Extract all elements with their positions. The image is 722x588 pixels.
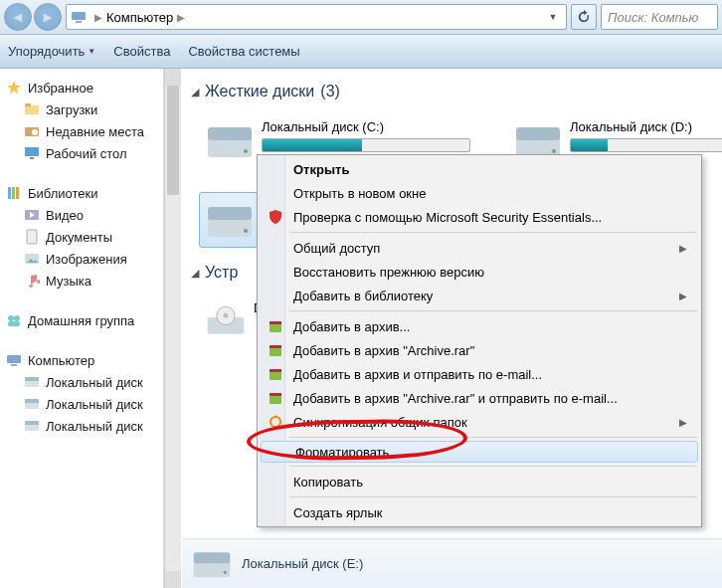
- command-bar: Упорядочить ▼ Свойства Свойства системы: [0, 35, 722, 69]
- svg-rect-8: [30, 157, 34, 159]
- forward-button[interactable]: ►: [34, 3, 62, 31]
- computer-icon: [71, 9, 87, 25]
- menu-add-archive-rar[interactable]: Добавить в архив "Archive.rar": [260, 338, 699, 362]
- drive-name: Локальный диск (C:): [262, 119, 470, 134]
- section-hard-drives[interactable]: ◢ Жесткие диски (3): [181, 79, 722, 104]
- address-bar: ◄ ► ▶ Компьютер ▶ ▼ Поиск: Компью: [0, 0, 722, 35]
- capacity-bar: [570, 138, 722, 152]
- search-placeholder: Поиск: Компью: [608, 10, 698, 25]
- menu-sync-folders[interactable]: Синхронизация общих папок▶: [260, 410, 699, 434]
- capacity-bar: [262, 138, 470, 152]
- chevron-right-icon: ▶: [94, 12, 102, 23]
- details-pane: Локальный диск (E:): [182, 538, 722, 588]
- menu-mse-scan[interactable]: Проверка с помощью Microsoft Security Es…: [260, 205, 699, 229]
- breadcrumb-location: Компьютер: [106, 10, 173, 25]
- music-icon: [24, 273, 40, 289]
- svg-rect-23: [25, 380, 39, 387]
- drive-icon: [206, 121, 254, 161]
- menu-add-library[interactable]: Добавить в библиотеку▶: [260, 284, 699, 307]
- svg-rect-11: [16, 187, 19, 199]
- svg-point-31: [244, 149, 248, 153]
- svg-rect-33: [516, 127, 560, 140]
- svg-rect-24: [25, 377, 39, 381]
- svg-rect-20: [8, 321, 20, 326]
- menu-copy[interactable]: Копировать: [260, 470, 699, 493]
- menu-open-new-window[interactable]: Открыть в новом окне: [260, 181, 699, 205]
- desktop-icon: [24, 145, 40, 161]
- svg-rect-1: [76, 21, 82, 23]
- organize-button[interactable]: Упорядочить ▼: [8, 44, 95, 59]
- details-title: Локальный диск (E:): [242, 556, 363, 571]
- menu-share[interactable]: Общий доступ▶: [260, 236, 699, 260]
- svg-rect-3: [25, 105, 39, 114]
- scrollbar-thumb[interactable]: [167, 86, 179, 195]
- documents-icon: [24, 229, 40, 245]
- sidebar-pictures[interactable]: Изображения: [0, 248, 163, 270]
- winrar-icon: [267, 389, 284, 407]
- back-button[interactable]: ◄: [4, 3, 32, 31]
- context-menu: Открыть Открыть в новом окне Проверка с …: [257, 154, 702, 527]
- homegroup-icon: [6, 312, 22, 328]
- collapse-arrow-icon: ◢: [191, 267, 199, 280]
- svg-rect-9: [8, 187, 11, 199]
- drive-name: Локальный диск (D:): [570, 119, 722, 134]
- svg-rect-10: [12, 187, 15, 199]
- folder-icon: [24, 101, 40, 117]
- svg-point-18: [8, 315, 14, 321]
- svg-rect-44: [270, 345, 281, 348]
- collapse-arrow-icon: ◢: [191, 86, 199, 98]
- svg-point-53: [224, 570, 227, 573]
- drive-icon: [24, 418, 40, 434]
- sidebar-videos[interactable]: Видео: [0, 204, 163, 226]
- chevron-down-icon[interactable]: ▼: [544, 5, 562, 29]
- sidebar-favorites[interactable]: Избранное: [0, 77, 163, 98]
- sidebar-music[interactable]: Музыка: [0, 270, 163, 292]
- refresh-icon: [577, 10, 591, 24]
- svg-rect-7: [25, 147, 39, 156]
- svg-rect-0: [72, 12, 86, 20]
- winrar-icon: [267, 317, 284, 335]
- sidebar-documents[interactable]: Документы: [0, 226, 163, 248]
- sidebar-downloads[interactable]: Загрузки: [0, 98, 163, 120]
- menu-restore-version[interactable]: Восстановить прежнюю версию: [260, 260, 699, 284]
- sidebar-disk-e[interactable]: Локальный диск: [0, 415, 163, 437]
- menu-add-rar-send-mail[interactable]: Добавить в архив "Archive.rar" и отправи…: [260, 386, 699, 410]
- svg-marker-50: [275, 415, 278, 418]
- svg-rect-30: [208, 127, 252, 140]
- winrar-icon: [267, 365, 284, 383]
- sidebar-libraries[interactable]: Библиотеки: [0, 182, 163, 204]
- computer-icon: [6, 352, 22, 368]
- sidebar-computer[interactable]: Компьютер: [0, 349, 163, 371]
- breadcrumb[interactable]: ▶ Компьютер ▶ ▼: [66, 4, 567, 30]
- sidebar-scrollbar[interactable]: [164, 69, 181, 588]
- drive-icon: [192, 546, 232, 582]
- menu-open[interactable]: Открыть: [260, 157, 699, 181]
- properties-button[interactable]: Свойства: [113, 44, 170, 59]
- recent-icon: [24, 123, 40, 139]
- menu-create-shortcut[interactable]: Создать ярлык: [260, 500, 699, 524]
- sidebar-homegroup[interactable]: Домашняя группа: [0, 309, 163, 331]
- svg-rect-36: [208, 207, 252, 220]
- chevron-right-icon: ▶: [177, 12, 185, 23]
- menu-format[interactable]: Форматировать...: [261, 441, 698, 463]
- svg-point-37: [244, 229, 248, 233]
- sidebar-recent[interactable]: Недавние места: [0, 120, 163, 142]
- search-input[interactable]: Поиск: Компью: [601, 4, 718, 30]
- drive-icon: [24, 374, 40, 390]
- refresh-button[interactable]: [571, 4, 597, 30]
- svg-rect-22: [11, 364, 17, 366]
- sidebar-disk-c[interactable]: Локальный диск: [0, 371, 163, 393]
- sync-icon: [267, 413, 284, 431]
- menu-add-send-mail[interactable]: Добавить в архив и отправить по e-mail..…: [260, 362, 699, 386]
- system-properties-button[interactable]: Свойства системы: [188, 44, 299, 59]
- menu-add-archive[interactable]: Добавить в архив...: [260, 314, 699, 338]
- shield-icon: [267, 208, 284, 226]
- sidebar-desktop[interactable]: Рабочий стол: [0, 142, 163, 164]
- svg-point-49: [271, 417, 280, 427]
- svg-rect-46: [270, 369, 281, 372]
- libraries-icon: [6, 185, 22, 201]
- svg-rect-14: [27, 230, 37, 244]
- svg-rect-25: [25, 402, 39, 409]
- pictures-icon: [24, 251, 40, 267]
- sidebar-disk-d[interactable]: Локальный диск: [0, 393, 163, 415]
